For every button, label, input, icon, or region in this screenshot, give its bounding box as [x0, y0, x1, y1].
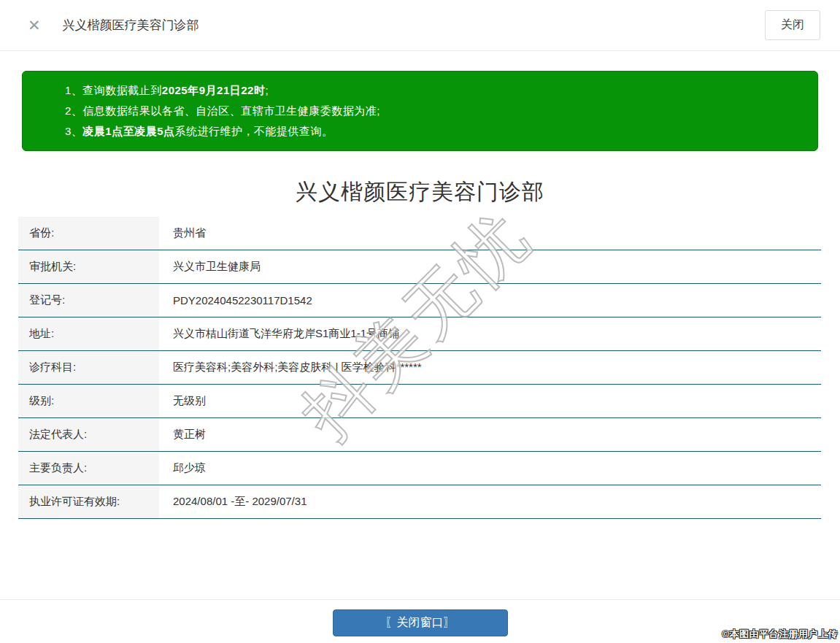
close-button[interactable]: 关闭 — [765, 10, 820, 40]
field-label: 登记号: — [18, 284, 159, 317]
notice-line: 2、信息数据结果以各省、自治区、直辖市卫生健康委数据为准; — [65, 101, 803, 121]
field-value: 医疗美容科;美容外科;美容皮肤科 | 医学检验科****** — [159, 351, 821, 384]
notice-line: 1、查询数据截止到2025年9月21日22时; — [65, 80, 803, 101]
field-label: 诊疗科目: — [18, 351, 159, 384]
field-label: 省份: — [18, 217, 159, 250]
field-value: 兴义市桔山街道飞洋华府龙岸S1商业1-1号商铺 — [159, 317, 821, 350]
table-row: 主要负责人:邱少琼 — [18, 452, 821, 485]
table-row: 诊疗科目:医疗美容科;美容外科;美容皮肤科 | 医学检验科****** — [18, 351, 821, 385]
notice-segment: 凌晨1点至凌晨5点 — [82, 125, 174, 137]
field-label: 级别: — [18, 385, 159, 417]
table-row: 法定代表人:黄正树 — [18, 418, 821, 452]
table-row: 级别:无级别 — [18, 385, 821, 418]
close-window-button[interactable]: 〖关闭窗口〗 — [333, 609, 508, 636]
field-label: 执业许可证有效期: — [18, 485, 159, 518]
field-label: 主要负责人: — [18, 452, 159, 485]
field-value: 兴义市卫生健康局 — [159, 250, 821, 283]
table-row: 省份:贵州省 — [18, 217, 821, 250]
upload-note: ©本图由平台注册用户上传 — [722, 628, 838, 641]
field-value: 2024/08/01 -至- 2029/07/31 — [159, 485, 821, 518]
field-label: 审批机关: — [18, 250, 159, 283]
table-row: 登记号:PDY20240452230117D1542 — [18, 284, 821, 317]
table-row: 地址:兴义市桔山街道飞洋华府龙岸S1商业1-1号商铺 — [18, 317, 821, 351]
query-result-window: ✕ 兴义楷颜医疗美容门诊部 关闭 1、查询数据截止到2025年9月21日22时;… — [0, 0, 840, 643]
field-label: 法定代表人: — [18, 418, 159, 451]
institution-title: 兴义楷颜医疗美容门诊部 — [0, 177, 840, 207]
footer-bar: 〖关闭窗口〗 — [0, 599, 840, 643]
field-value: 贵州省 — [159, 217, 821, 250]
field-value: 无级别 — [159, 385, 821, 417]
notice-banner: 1、查询数据截止到2025年9月21日22时;2、信息数据结果以各省、自治区、直… — [22, 71, 818, 151]
notice-line-number: 2、 — [65, 104, 82, 117]
notice-segment: ; — [265, 84, 269, 96]
header-title: 兴义楷颜医疗美容门诊部 — [63, 17, 199, 34]
notice-segment: 2025年9月21日22时 — [162, 84, 266, 96]
notice-segment: 系统进行维护，不能提供查询。 — [175, 125, 334, 137]
field-value: 黄正树 — [159, 418, 821, 451]
field-label: 地址: — [18, 317, 159, 350]
notice-line-number: 1、 — [65, 84, 82, 96]
field-value: 邱少琼 — [159, 452, 821, 485]
header-bar: ✕ 兴义楷颜医疗美容门诊部 关闭 — [0, 0, 840, 51]
notice-line-number: 3、 — [65, 125, 82, 137]
info-table: 省份:贵州省审批机关:兴义市卫生健康局登记号:PDY20240452230117… — [18, 217, 821, 519]
notice-segment: 查询数据截止到 — [82, 84, 162, 96]
close-icon[interactable]: ✕ — [28, 18, 41, 33]
table-row: 审批机关:兴义市卫生健康局 — [18, 250, 821, 284]
table-row: 执业许可证有效期:2024/08/01 -至- 2029/07/31 — [18, 485, 821, 519]
field-value: PDY20240452230117D1542 — [159, 284, 821, 317]
notice-segment: 信息数据结果以各省、自治区、直辖市卫生健康委数据为准; — [82, 104, 380, 117]
notice-line: 3、凌晨1点至凌晨5点系统进行维护，不能提供查询。 — [65, 121, 803, 142]
